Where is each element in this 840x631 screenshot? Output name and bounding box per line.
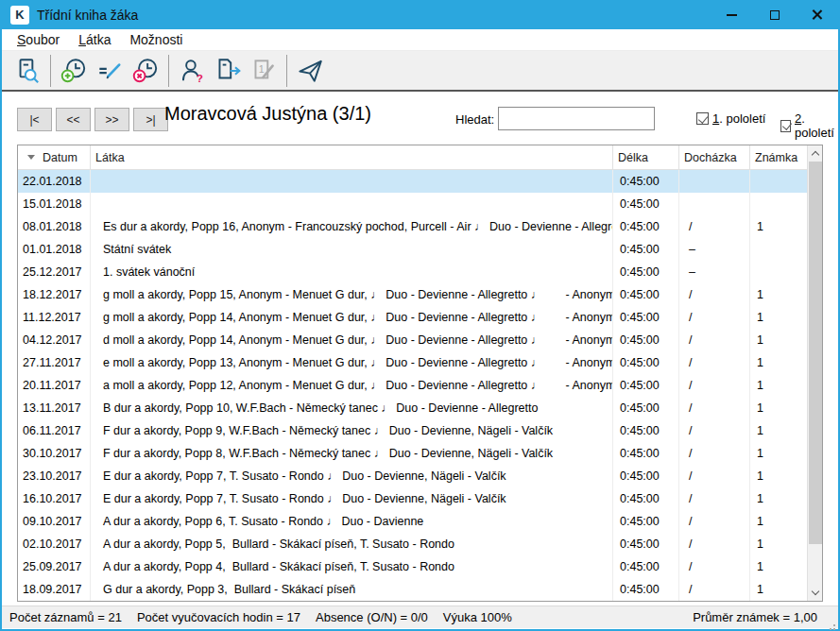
table-header: Datum Látka Délka Docházka Známka <box>18 145 807 170</box>
cell-latka: Es dur a akordy, Popp 16, Anonym - Franc… <box>91 215 613 238</box>
checkbox-first-semester[interactable]: 1. pololetí <box>696 111 765 126</box>
scroll-down-button[interactable] <box>808 585 823 601</box>
column-label: Datum <box>43 151 77 164</box>
cell-delka: 0:45:00 <box>613 465 679 487</box>
status-item: Výuka 100% <box>443 610 512 624</box>
resize-grip[interactable] <box>833 624 835 626</box>
table-row[interactable]: 25.09.2017A dur a akordy, Popp 4, Bullar… <box>18 555 807 578</box>
svg-text:1: 1 <box>259 63 265 75</box>
prev-record-button[interactable]: << <box>56 108 91 131</box>
table-row[interactable]: 04.12.2017d moll a akordy, Popp 14, Anon… <box>18 329 807 351</box>
cell-delka: 0:45:00 <box>613 419 679 442</box>
table-row[interactable]: 16.10.2017E dur a akordy, Popp 7, T. Sus… <box>18 487 807 510</box>
status-items: Počet záznamů = 21Počet vyučovacích hodi… <box>9 610 693 624</box>
send-button[interactable] <box>292 54 328 88</box>
cell-znamka: 1 <box>750 487 807 510</box>
menu-soubor[interactable]: Soubor <box>8 30 69 49</box>
checkbox-checked-icon <box>780 120 791 132</box>
student-query-button[interactable]: ? <box>174 54 210 88</box>
search-input[interactable] <box>498 107 655 130</box>
cell-delka: 0:45:00 <box>613 170 679 193</box>
scroll-up-button[interactable] <box>808 145 823 162</box>
cell-dochazka: / <box>679 419 750 442</box>
column-header-znamka[interactable]: Známka <box>750 145 807 169</box>
cell-latka: A dur a akordy, Popp 6, T. Susato - Rond… <box>91 510 613 533</box>
column-header-latka[interactable]: Látka <box>91 145 613 169</box>
table-row[interactable]: 20.11.2017a moll a akordy, Popp 12, Anon… <box>18 374 807 397</box>
cell-znamka <box>750 170 807 193</box>
cell-latka: B dur a akordy, Popp 10, W.F.Bach - Něme… <box>91 397 613 419</box>
table-row[interactable]: 01.01.2018Státní svátek0:45:00– <box>18 238 807 261</box>
cell-latka <box>91 170 613 193</box>
table-row[interactable]: 11.12.2017g moll a akordy, Popp 14, Anon… <box>18 306 807 329</box>
table-row[interactable]: 18.12.2017g moll a akordy, Popp 15, Anon… <box>18 283 807 306</box>
chevron-up-icon <box>812 151 819 159</box>
table-row[interactable]: 15.01.20180:45:00 <box>18 193 807 215</box>
export-document-button[interactable] <box>210 54 246 88</box>
cell-datum: 15.01.2018 <box>18 193 91 215</box>
table-row[interactable]: 13.11.2017B dur a akordy, Popp 10, W.F.B… <box>18 397 807 419</box>
toolbar: ? 1 <box>2 51 838 92</box>
cell-znamka: 1 <box>750 329 807 351</box>
search-record-icon <box>12 56 43 86</box>
cell-latka: e moll a akordy, Popp 13, Anonym - Menue… <box>91 351 613 374</box>
column-header-datum[interactable]: Datum <box>18 145 91 169</box>
table-row[interactable]: 08.01.2018Es dur a akordy, Popp 16, Anon… <box>18 215 807 238</box>
table-row[interactable]: 22.01.20180:45:00 <box>18 170 807 193</box>
table-row[interactable]: 02.10.2017A dur a akordy, Popp 5, Bullar… <box>18 533 807 555</box>
menubar: SouborLátkaMožnosti <box>2 29 838 51</box>
cell-znamka: 1 <box>750 510 807 533</box>
column-header-dochazka[interactable]: Docházka <box>679 145 750 169</box>
cell-datum: 25.12.2017 <box>18 261 91 283</box>
vertical-scrollbar[interactable] <box>807 145 822 601</box>
last-record-button[interactable]: >| <box>133 108 168 131</box>
next-record-button[interactable]: >> <box>94 108 129 131</box>
cell-latka: F dur a akordy, Popp 9, W.F.Bach - Němec… <box>91 419 613 442</box>
table-row[interactable]: 18.09.2017G dur a akordy, Popp 3, Bullar… <box>18 578 807 601</box>
column-label: Látka <box>95 151 125 164</box>
table-row[interactable]: 25.12.20171. svátek vánoční0:45:00– <box>18 261 807 283</box>
add-lesson-button[interactable] <box>56 54 92 88</box>
maximize-button[interactable] <box>753 0 796 29</box>
cell-latka: G dur a akordy, Popp 3, Bullard - Skákac… <box>91 578 613 601</box>
cell-dochazka: / <box>679 442 750 465</box>
delete-lesson-button[interactable] <box>128 54 163 88</box>
cell-dochazka: – <box>679 261 750 283</box>
cell-znamka: 1 <box>750 578 807 601</box>
table-row[interactable]: 06.11.2017F dur a akordy, Popp 9, W.F.Ba… <box>18 419 807 442</box>
menu-latka[interactable]: Látka <box>69 30 120 49</box>
close-button[interactable] <box>796 0 838 29</box>
minimize-button[interactable] <box>711 0 753 29</box>
table-row[interactable]: 23.10.2017E dur a akordy, Popp 7, T. Sus… <box>18 465 807 487</box>
scrollbar-thumb[interactable] <box>809 162 822 544</box>
cell-datum: 13.11.2017 <box>18 397 91 419</box>
column-header-delka[interactable]: Délka <box>613 145 679 169</box>
cell-datum: 23.10.2017 <box>18 465 91 487</box>
table-row[interactable]: 27.11.2017e moll a akordy, Popp 13, Anon… <box>18 351 807 374</box>
cell-znamka: 1 <box>750 283 807 306</box>
cell-dochazka: / <box>679 374 750 397</box>
checkbox-second-semester[interactable]: 2. pololetí <box>780 111 838 140</box>
toolbar-separator <box>50 55 51 87</box>
edit-lesson-button[interactable] <box>92 54 128 88</box>
sort-desc-icon <box>27 155 35 160</box>
checkbox-checked-icon <box>696 112 709 125</box>
minimize-icon <box>727 14 737 16</box>
cell-znamka: 1 <box>750 442 807 465</box>
cell-latka: a moll a akordy, Popp 12, Anonym - Menue… <box>91 374 613 397</box>
table-row[interactable]: 09.10.2017A dur a akordy, Popp 6, T. Sus… <box>18 510 807 533</box>
status-item: Počet vyučovacích hodin = 17 <box>137 610 300 624</box>
menu-moznosti[interactable]: Možnosti <box>120 30 192 49</box>
cell-dochazka: / <box>679 465 750 487</box>
cell-datum: 18.09.2017 <box>18 578 91 601</box>
first-record-button[interactable]: |< <box>17 108 52 131</box>
cell-latka: d moll a akordy, Popp 14, Anonym - Menue… <box>91 329 613 351</box>
table-row[interactable]: 30.10.2017F dur a akordy, Popp 8, W.F.Ba… <box>18 442 807 465</box>
cell-datum: 01.01.2018 <box>18 238 91 261</box>
cell-latka: F dur a akordy, Popp 8, W.F.Bach - Němec… <box>91 442 613 465</box>
edit-grade-button-disabled: 1 <box>246 54 282 88</box>
cell-datum: 08.01.2018 <box>18 215 91 238</box>
column-label: Docházka <box>684 151 737 164</box>
cell-znamka: 1 <box>750 215 807 238</box>
search-record-button[interactable] <box>9 54 45 88</box>
